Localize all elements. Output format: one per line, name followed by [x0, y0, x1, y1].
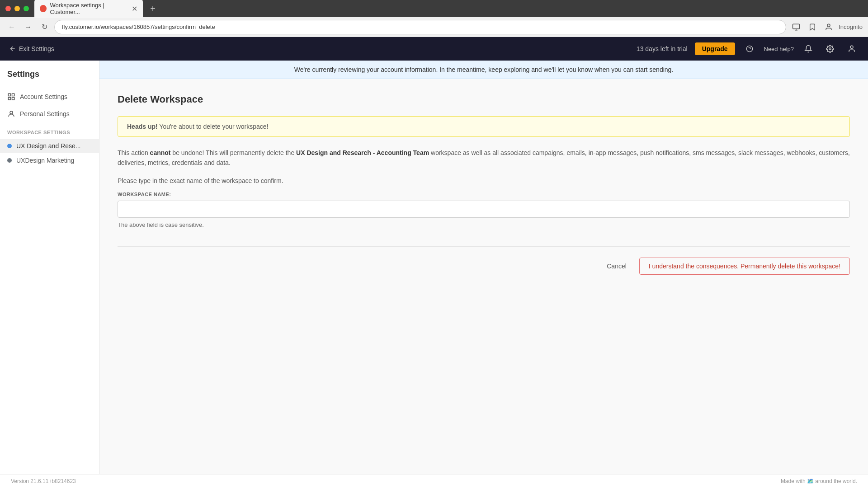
- footer-right: Made with 🗺️ around the world.: [781, 478, 857, 484]
- incognito-icon: [822, 21, 835, 33]
- exit-settings-button[interactable]: Exit Settings: [9, 45, 54, 52]
- exit-settings-label: Exit Settings: [19, 45, 54, 52]
- heart-icon: 🗺️: [807, 478, 815, 484]
- app-footer: Version 21.6.11+b8214623 Made with 🗺️ ar…: [0, 474, 868, 488]
- tab-close-btn[interactable]: ✕: [132, 5, 137, 13]
- address-bar[interactable]: fly.customer.io/workspaces/160857/settin…: [54, 20, 786, 34]
- forward-button[interactable]: →: [22, 21, 34, 33]
- sidebar-title: Settings: [0, 70, 99, 88]
- account-settings-label: Account Settings: [20, 93, 67, 100]
- actions-row: Cancel I understand the consequences. Pe…: [118, 246, 850, 275]
- workspace-name-highlight: UX Design and Research - Accounting Team: [296, 149, 429, 156]
- svg-rect-8: [8, 94, 10, 96]
- bookmark-icon[interactable]: [806, 21, 819, 33]
- description-part1: This action: [118, 149, 150, 156]
- workspace-name-input[interactable]: [118, 201, 850, 218]
- workspace-item-0[interactable]: UX Design and Rese...: [0, 139, 99, 153]
- back-arrow-icon: [9, 45, 16, 52]
- svg-point-12: [10, 111, 13, 114]
- account-settings-icon: [7, 93, 15, 101]
- workspace-name-label: WORKSPACE NAME:: [118, 192, 850, 197]
- description-cannot: cannot: [150, 149, 171, 156]
- svg-rect-0: [793, 24, 800, 29]
- window-maximize-btn[interactable]: [24, 6, 29, 11]
- upgrade-button[interactable]: Upgrade: [695, 42, 735, 55]
- description-part2: be undone! This will permanently delete …: [170, 149, 296, 156]
- personal-settings-label: Personal Settings: [20, 110, 70, 117]
- tab-title: Workspace settings | Customer...: [50, 2, 128, 15]
- reload-button[interactable]: ↻: [38, 21, 51, 33]
- workspace-item-1[interactable]: UXDesign Marketing: [0, 153, 99, 168]
- notifications-icon[interactable]: [801, 42, 816, 56]
- url-text: fly.customer.io/workspaces/160857/settin…: [62, 23, 778, 30]
- main-content: We're currently reviewing your account i…: [99, 61, 868, 474]
- new-tab-btn[interactable]: +: [146, 2, 159, 15]
- screen-share-icon[interactable]: [790, 21, 802, 33]
- around-world-text: around the world.: [815, 478, 857, 484]
- user-icon[interactable]: [844, 42, 859, 56]
- warning-text: You're about to delete your workspace!: [158, 123, 269, 130]
- sidebar-item-personal-settings[interactable]: Personal Settings: [0, 105, 99, 122]
- svg-point-6: [829, 48, 831, 50]
- case-sensitive-note: The above field is case sensitive.: [118, 221, 850, 228]
- window-close-btn[interactable]: [5, 6, 11, 11]
- svg-point-3: [827, 24, 830, 27]
- active-browser-tab[interactable]: Workspace settings | Customer... ✕: [34, 0, 143, 18]
- sidebar-item-account-settings[interactable]: Account Settings: [0, 88, 99, 105]
- workspace-name-0: UX Design and Rese...: [16, 142, 80, 150]
- warning-heads-up: Heads up!: [127, 123, 158, 130]
- workspace-name-1: UXDesign Marketing: [16, 157, 74, 164]
- sidebar: Settings Account Settings Personal Setti…: [0, 61, 99, 474]
- help-icon[interactable]: [742, 42, 757, 56]
- incognito-label: Incognito: [839, 23, 863, 30]
- workspace-name-field-group: WORKSPACE NAME: The above field is case …: [118, 192, 850, 228]
- window-minimize-btn[interactable]: [14, 6, 20, 11]
- page-title: Delete Workspace: [118, 94, 850, 105]
- version-text: Version 21.6.11+b8214623: [11, 478, 76, 484]
- delete-workspace-button[interactable]: I understand the consequences. Permanent…: [639, 258, 850, 275]
- svg-rect-10: [12, 98, 14, 100]
- confirm-text: Please type in the exact name of the wor…: [118, 177, 850, 184]
- app-topbar: Exit Settings 13 days left in trial Upgr…: [0, 37, 868, 61]
- workspace-section-label: WORKSPACE SETTINGS: [0, 122, 99, 139]
- cancel-button[interactable]: Cancel: [601, 259, 632, 273]
- made-with-text: Made with: [781, 478, 806, 484]
- back-button[interactable]: ←: [5, 21, 18, 33]
- warning-box: Heads up! You're about to delete your wo…: [118, 116, 850, 137]
- workspace-dot-1: [7, 158, 12, 163]
- svg-point-7: [850, 46, 853, 48]
- svg-rect-11: [8, 98, 10, 100]
- info-banner-text: We're currently reviewing your account i…: [294, 66, 674, 73]
- tab-favicon: [40, 5, 47, 12]
- settings-icon[interactable]: [823, 42, 837, 56]
- trial-text: 13 days left in trial: [637, 45, 688, 52]
- info-banner: We're currently reviewing your account i…: [99, 61, 868, 79]
- need-help-label: Need help?: [764, 46, 794, 52]
- personal-settings-icon: [7, 110, 15, 118]
- svg-rect-9: [12, 94, 14, 96]
- description-text: This action cannot be undone! This will …: [118, 148, 850, 168]
- workspace-dot-0: [7, 144, 12, 148]
